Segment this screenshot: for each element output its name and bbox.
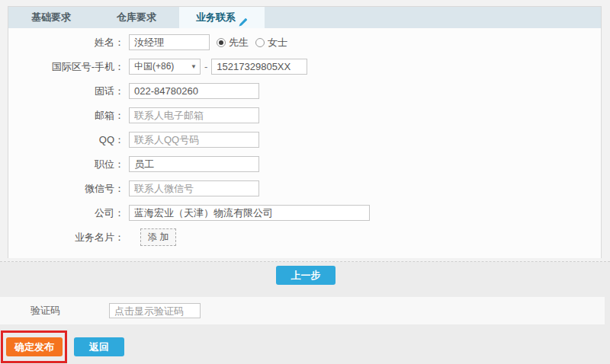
email-input[interactable] — [129, 107, 259, 123]
form-row-qq: QQ： — [8, 132, 601, 148]
phone-separator: - — [204, 61, 207, 72]
country-code-select[interactable]: 中国(+86) ▼ — [129, 59, 201, 75]
landline-input[interactable] — [129, 83, 259, 99]
verification-section: 验证码 — [0, 297, 605, 324]
contact-form: 姓名： 先生 女士 国际区号-手机： 中国(+86) — [8, 28, 601, 245]
tab-warehouse-requirements[interactable]: 仓库要求 — [94, 7, 179, 28]
wechat-label: 微信号： — [8, 182, 124, 196]
company-label: 公司： — [8, 206, 124, 220]
tabbar: 基础要求 仓库要求 业务联系 — [8, 7, 601, 28]
form-row-company: 公司： — [8, 205, 601, 221]
form-row-position: 职位： — [8, 156, 601, 172]
company-input[interactable] — [129, 205, 370, 221]
gender-radio-group: 先生 女士 — [217, 36, 287, 49]
add-business-card-button[interactable]: 添 加 — [140, 228, 176, 246]
tab-label: 业务联系 — [196, 7, 236, 28]
form-row-business-card: 业务名片： 添 加 — [8, 229, 601, 245]
form-row-mobile: 国际区号-手机： 中国(+86) ▼ - — [8, 59, 601, 75]
form-row-name: 姓名： 先生 女士 — [8, 34, 601, 50]
tab-label: 仓库要求 — [117, 7, 156, 28]
page: 基础要求 仓库要求 业务联系 姓名： — [0, 0, 610, 364]
mobile-label: 国际区号-手机： — [8, 60, 124, 74]
contact-form-panel: 基础要求 仓库要求 业务联系 姓名： — [8, 6, 602, 258]
gender-radio-female[interactable]: 女士 — [255, 36, 287, 49]
gender-radio-male[interactable]: 先生 — [217, 36, 249, 49]
position-input[interactable] — [129, 156, 259, 172]
captcha-label: 验证码 — [30, 297, 60, 324]
previous-step-button[interactable]: 上一步 — [276, 266, 336, 285]
email-label: 邮箱： — [8, 109, 124, 123]
name-input[interactable] — [129, 34, 210, 50]
captcha-input[interactable] — [109, 303, 201, 318]
wechat-input[interactable] — [129, 180, 259, 196]
radio-unselected-icon[interactable] — [255, 38, 265, 47]
tab-label: 基础要求 — [31, 7, 71, 28]
tab-business-contact[interactable]: 业务联系 — [179, 7, 265, 28]
radio-selected-icon[interactable] — [217, 38, 226, 47]
confirm-publish-button[interactable]: 确定发布 — [6, 337, 63, 356]
position-label: 职位： — [8, 158, 124, 171]
gender-female-label: 女士 — [268, 36, 287, 49]
mobile-input[interactable] — [211, 59, 307, 75]
chevron-down-icon: ▼ — [191, 63, 197, 70]
country-code-value: 中国(+86) — [134, 60, 191, 73]
tab-basic-requirements[interactable]: 基础要求 — [8, 7, 94, 28]
form-row-email: 邮箱： — [8, 107, 601, 123]
form-row-landline: 固话： — [8, 83, 601, 99]
gender-male-label: 先生 — [229, 36, 249, 49]
form-row-wechat: 微信号： — [8, 180, 601, 196]
business-card-label: 业务名片： — [8, 231, 124, 244]
landline-label: 固话： — [8, 85, 124, 98]
pencil-edit-icon — [239, 13, 248, 22]
back-button[interactable]: 返回 — [74, 337, 124, 356]
qq-input[interactable] — [129, 132, 259, 148]
name-label: 姓名： — [8, 36, 124, 49]
qq-label: QQ： — [8, 133, 124, 147]
